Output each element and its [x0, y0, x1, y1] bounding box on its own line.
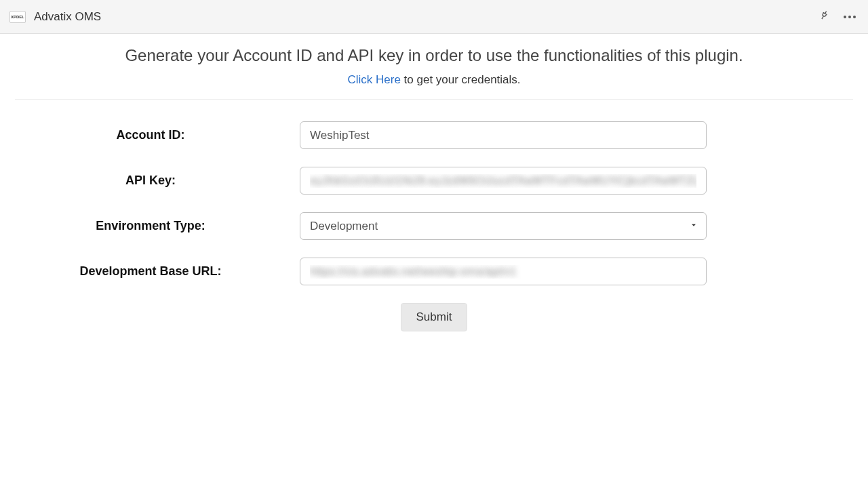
pin-icon[interactable] [815, 7, 831, 25]
dev-base-url-input[interactable] [300, 258, 707, 285]
submit-button[interactable]: Submit [401, 303, 468, 331]
credentials-suffix: to get your credentials. [401, 73, 521, 86]
environment-type-row: Environment Type: Development [15, 212, 853, 240]
submit-row: Submit [15, 303, 853, 331]
account-id-row: Account ID: [15, 121, 853, 149]
more-options-icon[interactable] [841, 13, 859, 21]
environment-type-select[interactable]: Development [300, 212, 707, 240]
credentials-prompt: Click Here to get your credentials. [15, 73, 853, 87]
api-key-input[interactable] [300, 167, 707, 195]
app-logo: XPDEL [9, 11, 26, 23]
account-id-label: Account ID: [15, 128, 300, 142]
environment-type-label: Environment Type: [15, 219, 300, 233]
header-left: XPDEL Advatix OMS [9, 10, 101, 24]
header-right [818, 9, 859, 24]
get-credentials-link[interactable]: Click Here [347, 73, 400, 86]
account-id-input[interactable] [300, 121, 707, 149]
api-key-label: API Key: [15, 174, 300, 188]
dev-base-url-row: Development Base URL: [15, 258, 853, 285]
section-divider [15, 99, 853, 100]
main-content: Generate your Account ID and API key in … [0, 34, 868, 331]
page-headline: Generate your Account ID and API key in … [15, 46, 853, 65]
api-key-row: API Key: [15, 167, 853, 195]
dev-base-url-label: Development Base URL: [15, 264, 300, 279]
app-header: XPDEL Advatix OMS [0, 0, 868, 34]
app-title: Advatix OMS [34, 10, 101, 24]
